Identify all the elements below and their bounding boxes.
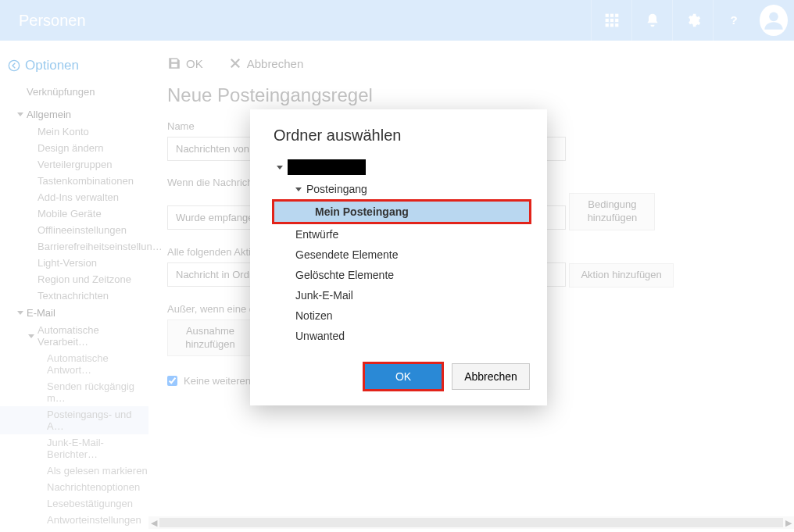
close-icon (228, 56, 242, 70)
tree-root-node[interactable] (274, 155, 530, 179)
caret-down-icon (17, 311, 23, 315)
nav-item[interactable]: Junk-E-Mail-Berichter… (0, 434, 148, 462)
cancel-button[interactable]: Abbrechen (228, 56, 304, 70)
svg-rect-3 (605, 19, 608, 22)
nav-item[interactable]: Als gelesen markieren (0, 462, 148, 479)
tree-node[interactable]: Gesendete Elemente (274, 245, 530, 265)
app-title: Personen (0, 12, 591, 30)
svg-rect-1 (610, 14, 613, 17)
svg-rect-5 (615, 19, 618, 22)
scroll-right-icon[interactable]: ▶ (783, 516, 794, 529)
nav-item[interactable]: Tastenkombinationen (0, 173, 148, 189)
page-toolbar: OK Abbrechen (167, 56, 775, 70)
svg-point-10 (769, 12, 778, 22)
account-name-redacted (288, 159, 366, 175)
nav-item[interactable]: Verteilergruppen (0, 156, 148, 173)
nav-item[interactable]: Region und Zeitzone (0, 271, 148, 287)
svg-rect-4 (610, 19, 613, 22)
save-button[interactable]: OK (167, 56, 203, 70)
nav-subsection-auto[interactable]: Automatische Verarbeit… (0, 322, 148, 350)
tree-node[interactable]: Notizen (274, 305, 530, 326)
nav-item[interactable]: Design ändern (0, 140, 148, 156)
header-icons: ? (591, 0, 794, 41)
caret-down-icon (295, 187, 302, 191)
nav-section-general[interactable]: Allgemein (0, 105, 148, 123)
nav-item[interactable]: Senden rückgängig m… (0, 378, 148, 406)
dialog-ok-button[interactable]: OK (364, 363, 442, 390)
svg-rect-2 (615, 14, 618, 17)
tree-node[interactable]: Junk-E-Mail (274, 285, 530, 305)
add-action-button[interactable]: Aktion hinzufügen (569, 263, 673, 287)
tree-node-selected[interactable]: Mein Posteingang (274, 201, 530, 223)
nav-item[interactable]: Automatische Antwort… (0, 350, 148, 378)
svg-text:?: ? (730, 13, 737, 27)
tree-node[interactable]: Gelöschte Elemente (274, 265, 530, 285)
nav-item[interactable]: Add-Ins verwalten (0, 189, 148, 205)
options-heading-text: Optionen (25, 58, 79, 73)
nav-item-inbox-rules[interactable]: Posteingangs- und A… (0, 406, 148, 434)
caret-down-icon (277, 166, 283, 170)
notifications-icon[interactable] (631, 0, 672, 41)
options-sidebar: Optionen Verknüpfungen Allgemein Mein Ko… (0, 41, 148, 532)
page-heading: Neue Posteingangsregel (167, 84, 775, 106)
nav-item[interactable]: Offlineeinstellungen (0, 222, 148, 238)
caret-down-icon (28, 334, 34, 338)
svg-rect-0 (605, 14, 608, 17)
save-icon (167, 56, 181, 70)
settings-icon[interactable] (672, 0, 713, 41)
help-icon[interactable]: ? (713, 0, 753, 41)
nav-item[interactable]: Mobile Geräte (0, 205, 148, 222)
tree-node-inbox[interactable]: Posteingang (274, 179, 530, 199)
nav-item[interactable]: Lesebestätigungen (0, 495, 148, 512)
scroll-thumb[interactable] (159, 518, 783, 527)
stop-rules-checkbox[interactable] (167, 376, 177, 386)
add-condition-button[interactable]: Bedingung hinzufügen (569, 193, 655, 230)
tree-node[interactable]: Entwürfe (274, 224, 530, 245)
folder-picker-dialog: Ordner auswählen Posteingang Mein Postei… (250, 109, 547, 405)
app-launcher-icon[interactable] (591, 0, 631, 41)
svg-rect-6 (605, 23, 608, 27)
dialog-buttons: OK Abbrechen (274, 363, 530, 390)
dialog-cancel-button[interactable]: Abbrechen (452, 363, 530, 390)
nav-item[interactable]: Nachrichtenoptionen (0, 479, 148, 495)
svg-rect-7 (610, 23, 613, 27)
back-arrow-icon (8, 59, 20, 72)
nav-shortcuts[interactable]: Verknüpfungen (0, 83, 148, 105)
nav-item[interactable]: Antworteinstellungen (0, 512, 148, 528)
nav-item[interactable]: Barrierefreiheitseinstellun… (0, 238, 148, 255)
horizontal-scrollbar[interactable]: ◀ ▶ (148, 516, 794, 529)
app-header: Personen ? (0, 0, 794, 41)
nav-item[interactable]: Textnachrichten (0, 287, 148, 304)
svg-rect-8 (615, 23, 618, 27)
nav-subsection-accounts[interactable]: Konten (0, 528, 148, 532)
account-avatar[interactable] (753, 0, 794, 41)
options-heading[interactable]: Optionen (0, 55, 148, 83)
svg-point-11 (9, 60, 19, 70)
scroll-left-icon[interactable]: ◀ (148, 516, 159, 529)
caret-down-icon (17, 112, 23, 116)
tree-node[interactable]: Unwanted (274, 326, 530, 346)
folder-tree: Posteingang Mein Posteingang Entwürfe Ge… (274, 155, 530, 346)
dialog-title: Ordner auswählen (274, 127, 530, 145)
nav-item[interactable]: Light-Version (0, 255, 148, 271)
nav-section-email[interactable]: E-Mail (0, 304, 148, 322)
nav-item[interactable]: Mein Konto (0, 123, 148, 140)
add-exception-button[interactable]: Ausnahme hinzufügen (167, 320, 253, 357)
